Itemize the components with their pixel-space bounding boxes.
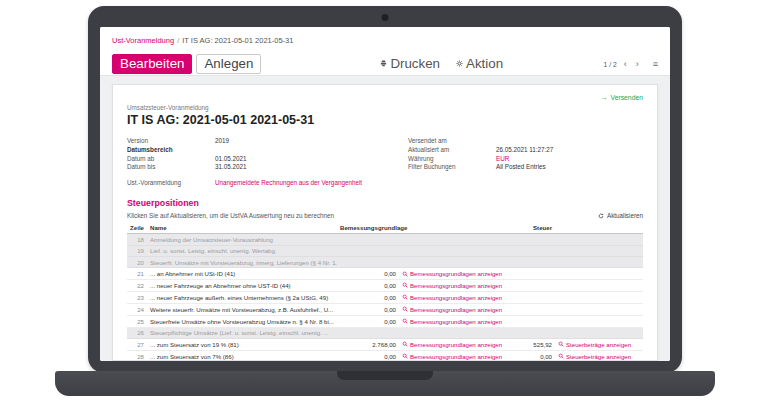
table-row: 21... an Abnehmer mit USt-ID (41)0,00Bem…	[127, 268, 643, 280]
magnifier-icon	[402, 306, 408, 312]
zeile-cell: 18	[127, 234, 147, 245]
field-aktualisiert-am: Aktualisiert am 26.05.2021 11:27:27	[408, 146, 643, 155]
base-amount-cell: 0,00	[337, 280, 399, 292]
create-button[interactable]: Anlegen	[196, 54, 261, 74]
device-base-notch	[337, 371, 433, 380]
tax-amount-cell	[511, 256, 555, 267]
base-amount-cell: 0,00	[337, 303, 399, 315]
show-base-amounts-link[interactable]: Bemessungsgrundlagen anzeigen	[402, 353, 502, 360]
field-label: Filter Buchungen	[408, 163, 496, 170]
base-link-cell	[399, 327, 511, 338]
show-base-amounts-link[interactable]: Bemessungsgrundlagen anzeigen	[402, 341, 502, 348]
base-amount-cell: 2.768,00	[337, 339, 399, 351]
hint-row: Klicken Sie auf Aktualisieren, um die Us…	[127, 212, 643, 219]
magnifier-icon	[558, 353, 564, 359]
base-amount-cell	[337, 234, 399, 245]
base-amount-cell: 0,00	[337, 292, 399, 304]
field-waehrung: Währung EUR	[408, 155, 643, 164]
field-group-label: Datumsbereich	[127, 146, 215, 153]
show-base-amounts-link[interactable]: Bemessungsgrundlagen anzeigen	[402, 270, 502, 277]
base-link-cell: Bemessungsgrundlagen anzeigen	[399, 350, 511, 361]
tax-link-cell	[555, 280, 643, 292]
send-button[interactable]: → Versenden	[599, 93, 643, 102]
base-link-cell	[399, 256, 511, 267]
device-base	[55, 371, 715, 396]
show-tax-amounts-link[interactable]: Steuerbeträge anzeigen	[558, 341, 631, 348]
show-base-amounts-link[interactable]: Bemessungsgrundlagen anzeigen	[402, 294, 502, 301]
currency-link[interactable]: EUR	[496, 155, 509, 162]
tax-link-cell	[555, 256, 643, 267]
field-datum-ab: Datum ab 01.05.2021	[127, 155, 362, 164]
zeile-cell: 25	[127, 315, 147, 327]
show-tax-amounts-link[interactable]: Steuerbeträge anzeigen	[558, 353, 631, 360]
field-version: Version 2019	[127, 137, 362, 146]
zeile-cell: 20	[127, 256, 147, 267]
screen: Ust-Voranmeldung / IT IS AG: 2021-05-01 …	[100, 27, 670, 361]
form-sheet: → Versenden Umsatzsteuer-Voranmeldung IT…	[112, 84, 658, 361]
field-label: Währung	[408, 155, 496, 162]
tax-link-cell	[555, 234, 643, 245]
field-label: Aktualisiert am	[408, 146, 496, 153]
ustva-row: Ust.-Voranmeldung Unangemeldete Rechnung…	[127, 179, 643, 186]
show-base-amounts-link[interactable]: Bemessungsgrundlagen anzeigen	[402, 318, 502, 325]
field-value: 01.05.2021	[215, 155, 247, 162]
table-row: 27... zum Steuersatz von 19 % (81)2.768,…	[127, 339, 643, 351]
page-title: IT IS AG: 2021-05-01 2021-05-31	[127, 113, 643, 127]
tax-amount-cell: 525,92	[511, 339, 555, 351]
field-value: 26.05.2021 11:27:27	[496, 146, 553, 153]
zeile-cell: 26	[127, 327, 147, 338]
tax-link-cell	[555, 303, 643, 315]
tool-group: Drucken Aktion	[377, 55, 506, 73]
pager-next-button[interactable]: ›	[634, 60, 641, 69]
refresh-button[interactable]: Aktualisieren	[598, 212, 643, 219]
base-amount-cell	[337, 245, 399, 256]
section-title: Steuerpositionen	[127, 198, 643, 208]
breadcrumb: Ust-Voranmeldung / IT IS AG: 2021-05-01 …	[100, 27, 670, 53]
field-label: Ust.-Voranmeldung	[127, 179, 215, 186]
tax-amount-cell	[511, 234, 555, 245]
header-base: Bemessungsgrundlage	[337, 222, 399, 234]
pager: 1 / 2 ‹ › ≡	[604, 59, 659, 69]
name-cell: Anmeldung der Umsatzsteuer-Vorauszahlung	[147, 234, 337, 245]
table-header-row: Zeile Name Bemessungsgrundlage Steuer	[127, 222, 643, 234]
table-group-row: 19Lief. u. sonst. Leistg. einschl. unent…	[127, 245, 643, 256]
tax-link-cell	[555, 292, 643, 304]
unreported-invoices-link[interactable]: Unangemeldete Rechnungen aus der Vergang…	[215, 179, 362, 186]
magnifier-icon	[558, 341, 564, 347]
breadcrumb-parent-link[interactable]: Ust-Voranmeldung	[112, 36, 174, 45]
base-link-cell: Bemessungsgrundlagen anzeigen	[399, 303, 511, 315]
base-link-cell	[399, 245, 511, 256]
magnifier-icon	[402, 282, 408, 288]
pager-prev-button[interactable]: ‹	[622, 60, 629, 69]
table-group-row: 18Anmeldung der Umsatzsteuer-Vorauszahlu…	[127, 234, 643, 245]
show-base-amounts-link[interactable]: Bemessungsgrundlagen anzeigen	[402, 306, 502, 313]
tax-amount-cell	[511, 245, 555, 256]
print-button[interactable]: Drucken	[377, 55, 443, 73]
tax-link-cell: Steuerbeträge anzeigen	[555, 339, 643, 351]
table-row: 24Weitere steuerfr. Umsätze mit Vorsteue…	[127, 303, 643, 315]
refresh-icon	[598, 213, 604, 219]
zeile-cell: 22	[127, 280, 147, 292]
field-grid: Version 2019 Datumsbereich Datum ab 01.0…	[127, 137, 643, 172]
name-cell: ... neuer Fahrzeuge außerh. eines Untern…	[147, 292, 337, 304]
table-row: 23... neuer Fahrzeuge außerh. eines Unte…	[127, 292, 643, 304]
print-label: Drucken	[390, 57, 440, 70]
base-link-cell	[399, 234, 511, 245]
tax-positions-table: Zeile Name Bemessungsgrundlage Steuer 18…	[127, 222, 643, 361]
field-value: 2019	[215, 137, 229, 144]
name-cell: Weitere steuerfr. Umsätze mit Vorsteuera…	[147, 303, 337, 315]
name-cell: ... an Abnehmer mit USt-ID (41)	[147, 268, 337, 280]
tax-link-cell	[555, 268, 643, 280]
zeile-cell: 23	[127, 292, 147, 304]
field-label: Version	[127, 137, 215, 144]
table-group-row: 26Steuerpflichtige Umsätze (Lief. u. son…	[127, 327, 643, 338]
magnifier-icon	[402, 271, 408, 277]
name-cell: Lief. u. sonst. Leistg. einschl. unentg.…	[147, 245, 337, 256]
action-button[interactable]: Aktion	[453, 55, 506, 73]
list-view-icon[interactable]: ≡	[653, 59, 658, 69]
zeile-cell: 28	[127, 350, 147, 361]
field-label: Datum bis	[127, 163, 215, 170]
edit-button[interactable]: Bearbeiten	[112, 54, 192, 74]
show-base-amounts-link[interactable]: Bemessungsgrundlagen anzeigen	[402, 282, 502, 289]
zeile-cell: 21	[127, 268, 147, 280]
